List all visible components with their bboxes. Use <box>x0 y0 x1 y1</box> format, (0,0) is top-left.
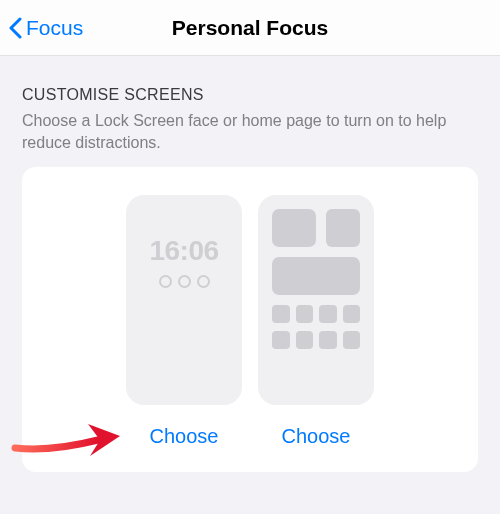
homescreen-column: Choose <box>258 195 374 448</box>
homescreen-preview[interactable] <box>258 195 374 405</box>
homescreen-grid-icon <box>258 195 374 349</box>
page-title: Personal Focus <box>172 16 328 40</box>
lockscreen-column: 16:06 Choose <box>126 195 242 448</box>
choose-lockscreen-button[interactable]: Choose <box>150 425 219 448</box>
choose-homescreen-button[interactable]: Choose <box>282 425 351 448</box>
lockscreen-widgets-icon <box>159 275 210 288</box>
lockscreen-time: 16:06 <box>149 235 218 267</box>
back-label: Focus <box>26 16 83 40</box>
lockscreen-preview[interactable]: 16:06 <box>126 195 242 405</box>
chevron-left-icon <box>8 17 22 39</box>
back-button[interactable]: Focus <box>8 16 83 40</box>
content-area: CUSTOMISE SCREENS Choose a Lock Screen f… <box>0 56 500 472</box>
section-header: CUSTOMISE SCREENS <box>22 86 478 104</box>
nav-bar: Focus Personal Focus <box>0 0 500 56</box>
section-description: Choose a Lock Screen face or home page t… <box>22 110 478 153</box>
customise-card: 16:06 Choose <box>22 167 478 472</box>
